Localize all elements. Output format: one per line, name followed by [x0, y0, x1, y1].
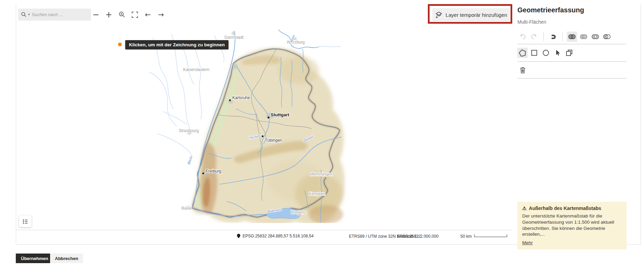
search-type-caret-icon[interactable]: ▾: [28, 13, 30, 16]
search-input[interactable]: [31, 12, 88, 17]
rectangle-icon: [530, 49, 538, 57]
boolean-intersect-button[interactable]: [602, 32, 612, 42]
cancel-button[interactable]: Abbrechen: [50, 254, 83, 263]
copy-geometry-button[interactable]: [564, 48, 574, 58]
snapping-button[interactable]: [548, 32, 558, 42]
draw-tooltip: Klicken, um mit der Zeichnung zu beginne…: [125, 40, 229, 49]
left-border: [16, 4, 16, 244]
toolbar-divider: [543, 32, 544, 41]
draw-rectangle-button[interactable]: [529, 48, 539, 58]
undo-button[interactable]: [517, 32, 528, 42]
map-bottom-divider: [16, 230, 513, 230]
zoom-box-button[interactable]: [117, 10, 126, 20]
scale-label: Maßstab 1 : 2.000.000: [397, 234, 438, 239]
full-extent-icon: [131, 11, 138, 18]
zoom-box-icon: [118, 11, 126, 18]
delete-geometry-button[interactable]: [517, 65, 528, 75]
add-temporary-layer-label: Layer temporär hinzufügen: [446, 12, 507, 18]
warning-title: Außerhalb des Kartenmaßstabs: [529, 206, 601, 211]
arrow-right-icon: →: [158, 11, 164, 19]
layers-plus-icon: [435, 11, 443, 19]
trash-icon: [519, 67, 526, 74]
boolean-merge-button[interactable]: [578, 32, 589, 42]
minus-icon: −: [92, 10, 99, 20]
map-river-label: Rhein: [186, 155, 193, 165]
toolbar-divider: [562, 32, 563, 41]
zoom-in-button[interactable]: +: [104, 10, 113, 20]
cursor-coordinates: EPSG:25832 284.885,57 5.516.108,54: [237, 234, 314, 238]
draw-polygon-button[interactable]: [517, 48, 528, 58]
venn-merge-icon: [579, 34, 588, 40]
map-city-label: Kaiserslautern: [183, 67, 210, 72]
cursor-icon: [554, 49, 561, 56]
right-border: [641, 4, 641, 244]
plus-icon: +: [105, 10, 112, 20]
map-toolbar: − + ← →: [91, 9, 165, 21]
copy-icon: [565, 49, 573, 57]
undo-icon: [519, 33, 526, 40]
panel-divider: [517, 61, 627, 62]
previous-extent-button[interactable]: ←: [143, 10, 152, 20]
zoom-out-button[interactable]: −: [91, 10, 100, 20]
panel-subtitle: Multi-Flächen: [517, 19, 546, 25]
map-city-label: Würzburg: [287, 40, 305, 45]
arrow-left-icon: ←: [145, 11, 151, 19]
polygon-icon: [519, 49, 526, 57]
next-extent-button[interactable]: →: [156, 10, 165, 20]
full-extent-button[interactable]: [130, 10, 139, 20]
legend-list-icon: [22, 218, 28, 225]
draw-circle-button[interactable]: [541, 48, 551, 58]
warning-icon: ⚠: [522, 206, 527, 211]
search-icon[interactable]: [21, 12, 27, 17]
scale-warning: ⚠ Außerhalb des Kartenmaßstabs Der unter…: [517, 202, 627, 249]
panel-divider: [517, 78, 627, 79]
boolean-union-button[interactable]: [567, 32, 577, 42]
warning-more-link[interactable]: Mehr: [522, 240, 533, 245]
coordinates-value: EPSG:25832 284.885,57 5.516.108,54: [243, 234, 314, 238]
redo-icon: [530, 33, 538, 40]
select-geometry-button[interactable]: [552, 48, 563, 58]
draw-tooltip-text: Klicken, um mit der Zeichnung zu beginne…: [129, 42, 225, 47]
warning-body: Der unterstützte Kartenmaßstab für die G…: [522, 213, 622, 237]
draw-start-point[interactable]: [118, 43, 122, 46]
panel-divider: [517, 44, 627, 44]
map-city-label: Darmstadt: [224, 35, 244, 40]
apply-button[interactable]: Übernehmen: [16, 254, 53, 263]
panel-title: Geometrieerfassung: [517, 6, 584, 14]
scalebar: [474, 234, 507, 237]
venn-intersect-icon: [602, 34, 611, 40]
geometry-capture-dialog: ▾ − + ← → Layer temporär hinzufügen: [0, 0, 644, 270]
magnet-icon: [549, 33, 557, 41]
draw-tools-toolbar: [517, 48, 574, 58]
delete-toolbar: [517, 65, 528, 75]
hohenlohe-hills: [278, 57, 319, 84]
geometry-edit-toolbar: [517, 32, 612, 42]
location-pin-icon: [237, 234, 241, 238]
legend-toggle-button[interactable]: [19, 215, 32, 227]
add-temporary-layer-button[interactable]: Layer temporär hinzufügen: [432, 8, 510, 21]
boolean-exclude-button[interactable]: [590, 32, 600, 42]
search-box: ▾: [18, 9, 91, 21]
redo-button[interactable]: [529, 32, 539, 42]
scalebar-label: 50 km: [460, 234, 472, 239]
venn-exclude-icon: [591, 34, 600, 40]
map-canvas[interactable]: Darmstadt Würzburg Kaiserslautern Karlsr…: [148, 29, 347, 223]
circle-icon: [542, 49, 550, 57]
venn-union-icon: [567, 34, 576, 40]
